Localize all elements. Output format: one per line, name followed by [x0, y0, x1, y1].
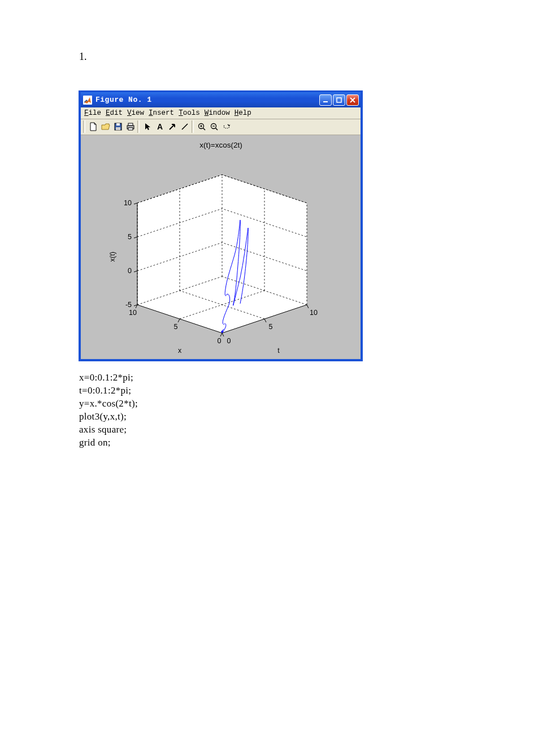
menu-insert[interactable]: Insert: [149, 109, 174, 117]
z-axis-label: x(t): [108, 252, 116, 262]
menu-view[interactable]: View: [127, 109, 144, 117]
matlab-figure-window: Figure No. 1 File Edit View Insert Tools…: [79, 91, 362, 361]
z-tick-10: 10: [124, 199, 132, 207]
axes-3d[interactable]: x(t)=xcos(2t) -5 0 5 10 0 5 10 0 5 10 x …: [81, 135, 361, 359]
svg-rect-4: [116, 127, 120, 130]
x-tick-0: 0: [218, 337, 222, 345]
page-number: 1.: [79, 51, 534, 63]
arrow-ne-icon[interactable]: [166, 120, 179, 133]
x-tick-5: 5: [174, 323, 178, 331]
t-axis-label: t: [277, 347, 280, 355]
menu-edit[interactable]: Edit: [106, 109, 123, 117]
rotate-3d-icon[interactable]: [220, 120, 233, 133]
svg-text:A: A: [157, 122, 163, 131]
t-tick-5: 5: [269, 323, 273, 331]
menu-file[interactable]: File: [84, 109, 101, 117]
menu-tools[interactable]: Tools: [179, 109, 200, 117]
code-line: x=0:0.1:2*pi;: [79, 371, 534, 384]
svg-line-16: [178, 319, 180, 322]
new-file-icon[interactable]: [87, 120, 99, 133]
document-page: 1. Figure No. 1: [0, 0, 534, 756]
code-line: axis square;: [79, 423, 534, 436]
text-a-icon[interactable]: A: [154, 120, 166, 133]
toolbar-separator: [192, 120, 194, 133]
t-tick-0: 0: [227, 337, 231, 345]
print-icon[interactable]: [124, 120, 137, 133]
code-line: y=x.*cos(2*t);: [79, 397, 534, 410]
svg-rect-5: [128, 123, 133, 126]
svg-line-14: [134, 203, 137, 204]
svg-line-12: [134, 271, 137, 272]
svg-line-19: [264, 319, 266, 322]
save-icon[interactable]: [112, 120, 124, 133]
svg-line-13: [134, 237, 137, 238]
x-tick-10: 10: [129, 309, 137, 317]
arrow-cursor-icon[interactable]: [141, 120, 154, 133]
code-line: grid on;: [79, 436, 534, 449]
zoom-out-icon[interactable]: [208, 120, 220, 133]
z-tick-0: 0: [128, 267, 132, 275]
x-axis-label: x: [178, 347, 182, 355]
z-tick-minus5: -5: [125, 301, 132, 309]
close-button[interactable]: [346, 94, 359, 106]
svg-line-18: [222, 333, 224, 336]
line-icon[interactable]: [179, 120, 191, 133]
svg-rect-1: [337, 98, 341, 102]
svg-rect-3: [116, 123, 120, 126]
plot-title: x(t)=xcos(2t): [199, 141, 242, 149]
t-tick-10: 10: [310, 309, 318, 317]
open-file-icon[interactable]: [99, 120, 112, 133]
svg-rect-7: [128, 128, 133, 130]
toolbar-separator: [83, 120, 85, 133]
maximize-button[interactable]: [333, 94, 345, 106]
window-title: Figure No. 1: [95, 96, 319, 104]
toolbar: A: [81, 119, 361, 135]
matlab-icon: [83, 96, 92, 105]
svg-line-20: [307, 305, 309, 308]
z-tick-5: 5: [128, 233, 132, 241]
zoom-in-icon[interactable]: [196, 120, 208, 133]
toolbar-separator: [137, 120, 140, 133]
code-line: t=0:0.1:2*pi;: [79, 384, 534, 397]
window-titlebar[interactable]: Figure No. 1: [81, 92, 361, 107]
code-line: plot3(y,x,t);: [79, 410, 534, 423]
menu-bar: File Edit View Insert Tools Window Help: [81, 107, 361, 119]
menu-help[interactable]: Help: [235, 109, 251, 117]
minimize-button[interactable]: [319, 94, 332, 106]
menu-window[interactable]: Window: [205, 109, 230, 117]
code-listing: x=0:0.1:2*pi; t=0:0.1:2*pi; y=x.*cos(2*t…: [79, 371, 534, 449]
svg-line-15: [220, 333, 222, 336]
svg-rect-0: [323, 101, 328, 102]
